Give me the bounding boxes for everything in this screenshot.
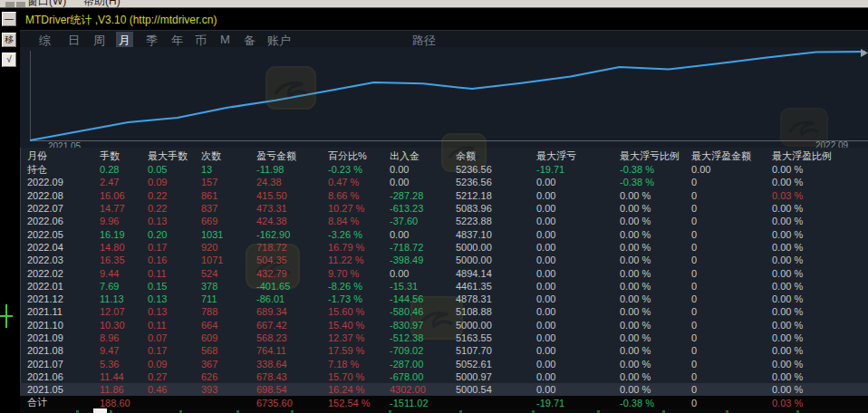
- table-cell: -0.23 %: [328, 164, 390, 175]
- row-label: 2021.09: [20, 332, 100, 343]
- table-row[interactable]: 2022.0516.190.201031-162.90-3.26 %0.0048…: [20, 227, 868, 240]
- table-cell: 0.13: [148, 216, 201, 226]
- table-cell: 0.00 %: [620, 190, 691, 201]
- table-row[interactable]: 持仓0.280.0513-11.98-0.23 %0.005236.56-19.…: [20, 163, 868, 176]
- menu-item-window[interactable]: 窗口(W): [27, 0, 66, 8]
- table-row[interactable]: 2022.029.440.11524432.799.70 %0.004894.1…: [20, 266, 868, 279]
- table-cell: 0: [691, 398, 772, 408]
- column-header: 出入金: [390, 149, 456, 163]
- table-cell: 8.96: [100, 332, 148, 343]
- table-cell: -0.38 %: [620, 164, 691, 175]
- minimize-button[interactable]: —: [2, 12, 16, 26]
- table-row[interactable]: 2022.092.470.0915724.380.47 %0.005236.56…: [20, 176, 868, 188]
- table-cell: 9.44: [100, 268, 148, 279]
- table-cell: 0.17: [148, 345, 201, 356]
- table-cell: 16.35: [100, 255, 148, 265]
- table-row[interactable]: 2022.0714.770.22837473.3110.27 %-613.235…: [20, 202, 868, 215]
- table-row[interactable]: 2021.0511.860.46393698.5416.24 %4302.005…: [20, 383, 868, 396]
- table-cell: 0.00: [536, 203, 620, 214]
- row-label: 2022.09: [20, 177, 100, 187]
- menu-item-help[interactable]: 帮助(H): [83, 0, 121, 8]
- table-cell: 15.60 %: [328, 306, 390, 317]
- table-cell: 5000.00: [456, 242, 536, 253]
- table-cell: 432.79: [256, 268, 328, 279]
- table-row[interactable]: 2022.0414.800.17920718.7216.79 %-718.725…: [20, 241, 868, 254]
- table-cell: 0.47 %: [328, 177, 390, 187]
- table-cell: 5000.00: [456, 255, 536, 265]
- table-cell: 0.00 %: [620, 203, 691, 214]
- table-cell: 0.00 %: [620, 229, 691, 240]
- table-cell: 0.00: [536, 371, 620, 382]
- row-label: 2021.05: [20, 384, 100, 395]
- row-label: 2022.04: [20, 242, 100, 253]
- table-cell: 0.00: [536, 177, 620, 187]
- move-button[interactable]: 移: [2, 33, 16, 47]
- table-cell: 0.03 %: [772, 398, 868, 408]
- table-row[interactable]: 2021.075.360.09367338.647.18 %-287.00505…: [20, 357, 868, 370]
- table-cell: -401.65: [256, 281, 328, 292]
- table-row[interactable]: 2021.1010.300.11664667.4215.40 %-830.975…: [20, 319, 868, 331]
- table-cell: 837: [201, 203, 256, 214]
- table-cell: 0.13: [148, 293, 201, 304]
- row-label: 2022.02: [20, 268, 100, 279]
- row-label: 2021.06: [20, 371, 100, 382]
- table-cell: -1.73 %: [328, 293, 390, 304]
- table-cell: 0.00: [536, 242, 620, 253]
- table-cell: 152.54 %: [328, 398, 390, 408]
- row-label: 2021.11: [20, 306, 100, 317]
- table-cell: 626: [201, 371, 256, 382]
- table-cell: 13: [201, 164, 256, 175]
- table-cell: 0.17: [148, 242, 201, 253]
- table-row[interactable]: 2021.098.960.07609568.2312.37 %-512.3851…: [20, 331, 868, 344]
- table-cell: 8.66 %: [328, 190, 390, 201]
- table-cell: 0.00: [536, 190, 620, 201]
- table-cell: 0.00 %: [772, 177, 868, 187]
- table-row[interactable]: 2022.0816.060.22861415.508.66 %-287.2852…: [20, 189, 868, 202]
- table-cell: 788: [201, 306, 256, 317]
- table-row[interactable]: 2022.017.690.15378-401.65-8.26 %-15.3144…: [20, 280, 868, 293]
- table-cell: 504.35: [256, 255, 328, 265]
- table-cell: 24.38: [256, 177, 328, 187]
- table-cell: -86.01: [256, 293, 328, 304]
- table-row[interactable]: 2021.1112.070.13788689.3415.60 %-580.465…: [20, 305, 868, 318]
- table-cell: 5000.54: [456, 384, 536, 395]
- table-cell: 0.00 %: [620, 293, 691, 304]
- table-cell: 0.00 %: [620, 281, 691, 292]
- column-header: 最大手数: [148, 149, 201, 163]
- table-cell: 4878.31: [456, 293, 536, 304]
- table-cell: 0.00 %: [620, 384, 691, 395]
- table-cell: 0: [691, 332, 772, 343]
- bottom-scroll-thumb[interactable]: [93, 408, 107, 413]
- tab-M[interactable]: M: [217, 32, 233, 47]
- table-cell: 0.00 %: [620, 332, 691, 343]
- column-header: 百分比%: [328, 149, 390, 163]
- table-cell: 9.70 %: [328, 268, 390, 279]
- check-button[interactable]: √: [2, 53, 16, 67]
- table-cell: -144.56: [390, 293, 456, 304]
- table-cell: 0.00 %: [772, 281, 868, 292]
- bottom-strip: [20, 409, 868, 413]
- table-cell: 711: [201, 293, 256, 304]
- table-cell: 12.07: [100, 306, 148, 317]
- table-cell: -512.38: [390, 332, 456, 343]
- table-row[interactable]: 2021.089.470.17568764.1117.59 %-709.0251…: [20, 344, 868, 357]
- table-row[interactable]: 2022.069.960.13669424.388.84 %-37.605223…: [20, 215, 868, 227]
- table-cell: 378: [201, 281, 256, 292]
- table-cell: 16.19: [100, 229, 148, 240]
- row-label: 2021.08: [20, 345, 100, 356]
- table-cell: 0: [691, 190, 772, 201]
- table-cell: 0.00 %: [620, 345, 691, 356]
- table-cell: 7.69: [100, 281, 148, 292]
- table-row[interactable]: 2021.0611.440.27626678.4315.70 %-678.005…: [20, 370, 868, 383]
- column-header: 余额: [456, 149, 536, 163]
- table-cell: 0.00: [536, 359, 620, 370]
- table-row[interactable]: 2021.1211.130.13711-86.01-1.73 %-144.564…: [20, 293, 868, 305]
- table-cell: 0.46: [148, 384, 201, 395]
- column-header: 次数: [201, 149, 256, 163]
- table-cell: 0.00 %: [620, 255, 691, 265]
- table-cell: 0.00: [536, 306, 620, 317]
- table-row[interactable]: 2022.0316.350.161071504.3511.22 %-398.49…: [20, 254, 868, 266]
- table-cell: 0: [691, 371, 772, 382]
- column-header: 最大浮盈金额: [691, 149, 772, 163]
- table-cell: 0.00: [691, 164, 772, 175]
